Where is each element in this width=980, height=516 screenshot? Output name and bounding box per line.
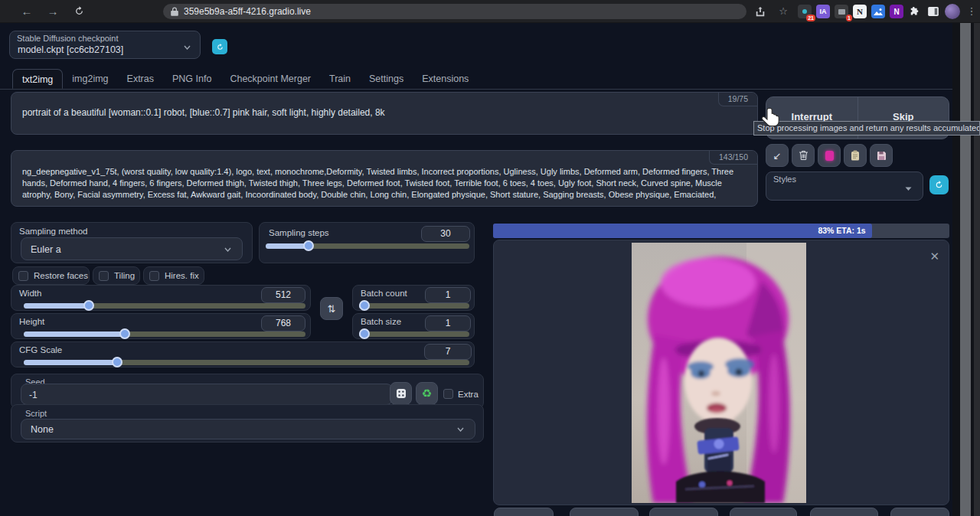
extension-ia-icon[interactable]: IA [816, 5, 830, 18]
seed-input[interactable]: -1 [21, 384, 393, 405]
extra-networks-icon [825, 151, 834, 161]
kebab-menu-icon[interactable]: ⋮ [963, 3, 980, 20]
extension-notion-icon[interactable]: N [853, 5, 867, 18]
sampling-steps-slider[interactable] [266, 243, 469, 249]
extensions-puzzle-icon[interactable] [908, 5, 922, 18]
app-screen: ← → 359e5b9a-a5ff-4216.gradio.live ☆ 21 … [0, 0, 980, 516]
address-bar[interactable]: 359e5b9a-a5ff-4216.gradio.live [163, 4, 746, 19]
tab-img2img[interactable]: img2img [63, 69, 117, 89]
scrollbar-thumb[interactable] [960, 23, 971, 516]
sampling-steps-input[interactable]: 30 [421, 226, 470, 242]
profile-avatar[interactable] [945, 4, 960, 19]
styles-refresh-button[interactable] [929, 175, 949, 194]
hires-fix-label: Hires. fix [165, 271, 199, 280]
tab-txt2img[interactable]: txt2img [12, 69, 63, 89]
random-seed-button[interactable] [390, 382, 412, 405]
clear-prompt-button[interactable] [792, 144, 815, 167]
extension-onenote-icon[interactable]: N [890, 5, 903, 18]
restore-faces-checkbox[interactable] [18, 271, 28, 281]
sidebar-panel-icon[interactable] [926, 5, 940, 18]
slider-thumb[interactable] [112, 357, 122, 367]
script-block: Script None [11, 404, 484, 443]
tiling-option[interactable]: Tiling [93, 266, 140, 285]
width-block: Width 512 [11, 285, 311, 311]
slider-thumb[interactable] [303, 240, 314, 251]
height-slider[interactable] [24, 331, 305, 337]
reuse-seed-button[interactable]: ♻ [416, 382, 438, 405]
gallery-action-button[interactable] [730, 508, 797, 516]
batch-size-label: Batch size [361, 317, 401, 326]
styles-label: Styles [773, 175, 796, 184]
gallery-action-button[interactable] [494, 508, 554, 516]
slider-thumb[interactable] [359, 328, 370, 339]
slider-thumb[interactable] [119, 328, 130, 339]
script-value: None [31, 424, 54, 435]
batch-count-label: Batch count [361, 289, 407, 298]
height-input[interactable]: 768 [261, 315, 305, 331]
close-icon[interactable]: ✕ [929, 250, 939, 262]
image-preview-panel: ✕ [493, 240, 949, 505]
cfg-scale-input[interactable]: 7 [424, 344, 472, 360]
prompt-text: portrait of a beautiful [woman::0.1] rob… [22, 107, 746, 119]
back-icon[interactable]: ← [18, 3, 35, 20]
gallery-action-button[interactable] [810, 508, 878, 516]
checkpoint-label: Stable Diffusion checkpoint [17, 34, 119, 43]
sampling-method-dropdown[interactable]: Euler a [21, 237, 243, 260]
arrow-down-left-icon: ↙ [773, 150, 782, 162]
prompt-textarea[interactable]: 19/75 portrait of a beautiful [woman::0.… [11, 92, 758, 135]
gallery-action-button[interactable] [649, 508, 718, 516]
share-icon[interactable] [752, 3, 769, 20]
extension-image-icon[interactable] [871, 5, 885, 18]
tab-extensions[interactable]: Extensions [413, 69, 478, 89]
styles-dropdown[interactable]: Styles [766, 171, 923, 201]
tab-train[interactable]: Train [320, 69, 360, 89]
batch-count-slider[interactable] [359, 303, 469, 309]
slider-thumb[interactable] [83, 300, 94, 311]
script-dropdown[interactable]: None [21, 419, 475, 439]
tab-extras[interactable]: Extras [118, 69, 163, 89]
lock-icon [171, 7, 178, 16]
chevron-down-icon [905, 186, 912, 191]
batch-size-slider[interactable] [359, 331, 469, 337]
swap-arrows-icon: ⇅ [328, 303, 336, 315]
apply-style-button[interactable] [844, 144, 867, 167]
tiling-checkbox[interactable] [99, 271, 109, 281]
gallery-action-button[interactable] [570, 508, 639, 516]
interrupt-tooltip: Stop processing images and return any re… [753, 121, 980, 136]
restore-faces-label: Restore faces [34, 271, 88, 280]
tiling-label: Tiling [114, 271, 135, 280]
width-slider[interactable] [24, 303, 305, 309]
negative-prompt-textarea[interactable]: 143/150 ng_deepnegative_v1_75t, (worst q… [11, 150, 758, 207]
tab-checkpoint-merger[interactable]: Checkpoint Merger [220, 69, 320, 89]
seed-value: -1 [29, 390, 38, 400]
batch-count-input[interactable]: 1 [425, 287, 471, 303]
extra-networks-button[interactable] [818, 144, 841, 167]
reload-icon[interactable] [70, 3, 87, 20]
sampling-method-value: Euler a [31, 244, 61, 255]
checkpoint-dropdown[interactable]: Stable Diffusion checkpoint model.ckpt [… [9, 31, 201, 59]
slider-thumb[interactable] [359, 300, 370, 311]
extension-capture-icon[interactable]: 1 [835, 5, 848, 18]
tab-png-info[interactable]: PNG Info [163, 69, 220, 89]
gallery-action-button[interactable] [890, 508, 949, 516]
chevron-down-icon [457, 427, 464, 432]
cfg-scale-slider[interactable] [24, 360, 469, 365]
restore-faces-option[interactable]: Restore faces [12, 266, 90, 285]
extension-badge-count: 1 [846, 15, 852, 21]
extension-badge21-icon[interactable]: 21 [798, 5, 812, 18]
batch-size-input[interactable]: 1 [425, 315, 471, 331]
width-input[interactable]: 512 [261, 287, 305, 303]
hires-fix-option[interactable]: Hires. fix [143, 266, 204, 285]
swap-dimensions-button[interactable]: ⇅ [320, 297, 343, 320]
paste-params-button[interactable]: ↙ [766, 144, 789, 167]
hires-fix-checkbox[interactable] [149, 271, 159, 281]
page-scrollbar[interactable] [952, 23, 980, 516]
save-style-button[interactable] [870, 144, 893, 167]
generated-image[interactable] [632, 243, 806, 503]
bookmark-star-icon[interactable]: ☆ [775, 3, 792, 20]
forward-icon[interactable]: → [44, 3, 61, 20]
chevron-down-icon [224, 247, 231, 252]
seed-extra-checkbox[interactable] [443, 389, 453, 399]
tab-settings[interactable]: Settings [360, 69, 413, 89]
checkpoint-refresh-button[interactable] [212, 39, 227, 54]
